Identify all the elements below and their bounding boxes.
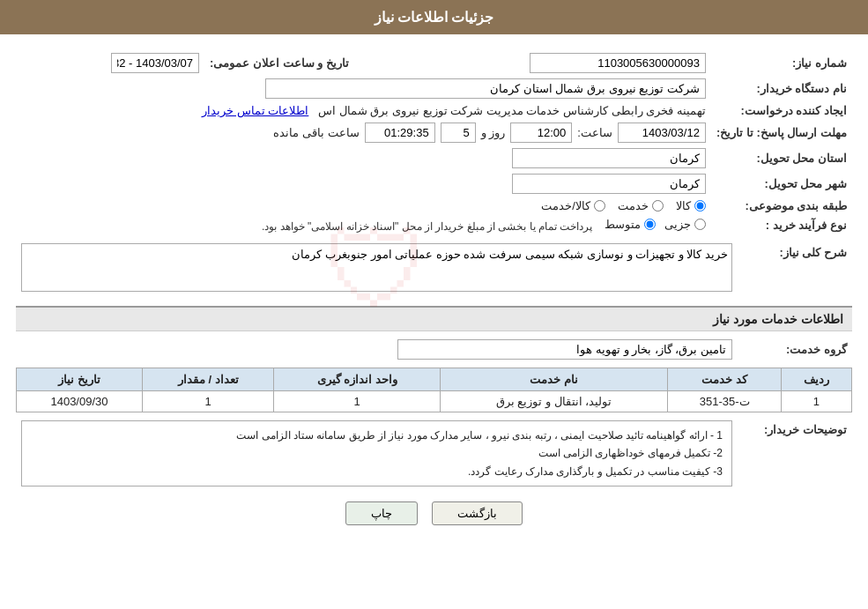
ostanTahvil-input[interactable] bbox=[512, 148, 706, 168]
ostanTahvil-value bbox=[16, 145, 711, 171]
ijadKonande-text: تهمینه فخری رابطی کارشناس خدمات مدیریت ش… bbox=[318, 104, 706, 117]
table-cell: 1403/09/30 bbox=[17, 391, 143, 412]
ostanTahvil-label: استان محل تحویل: bbox=[711, 145, 852, 171]
sharh-watermark-area: 🛡 خرید کالا و تجهیزات و نوسازی شبکه سیمی… bbox=[21, 243, 732, 296]
tosihKharidar-label: توضیحات خریدار: bbox=[738, 418, 852, 489]
tosih-notes-box: 1 - ارائه گواهینامه تائید صلاحیت ایمنی ،… bbox=[21, 420, 732, 486]
table-cell: 1 bbox=[142, 391, 273, 412]
grohe-table: گروه خدمت: bbox=[16, 337, 852, 362]
namDastgah-input[interactable] bbox=[265, 78, 706, 99]
nave-note: پرداخت تمام یا بخشی از مبلغ خریدار از مح… bbox=[262, 220, 592, 233]
col-radif: ردیف bbox=[781, 368, 851, 391]
namDastgah-value bbox=[16, 76, 711, 101]
sharhKoli-textarea[interactable]: خرید کالا و تجهیزات و نوسازی شبکه سیمی س… bbox=[21, 243, 732, 292]
nave-jozi-radio[interactable] bbox=[694, 219, 706, 230]
mohlat-baqi-label: ساعت باقی مانده bbox=[273, 126, 359, 139]
tabaghe-kala-radio[interactable] bbox=[694, 200, 706, 212]
groheKhadamat-label: گروه خدمت: bbox=[738, 337, 852, 362]
naveFarayand-row: جزیی متوسط پرداخت تمام یا بخشی از مبلغ خ… bbox=[16, 215, 711, 235]
tabaghe-kala-label: کالا bbox=[676, 199, 691, 212]
tosih-line: 1 - ارائه گواهینامه تائید صلاحیت ایمنی ،… bbox=[31, 427, 723, 444]
tabaghe-kala-khadamat-option[interactable]: کالا/خدمت bbox=[541, 199, 605, 212]
shomareNiaz-input[interactable] bbox=[530, 53, 706, 73]
top-info-table: شماره نیاز: تاریخ و ساعت اعلان عمومی: نا… bbox=[16, 50, 852, 235]
tabaghe-khadamat-label: خدمت bbox=[618, 199, 649, 212]
ijadKonande-value: تهمینه فخری رابطی کارشناس خدمات مدیریت ش… bbox=[16, 101, 711, 120]
shomareNiaz-label: شماره نیاز: bbox=[711, 50, 852, 76]
mohlat-saat-input[interactable] bbox=[510, 123, 572, 143]
tosih-table: توضیحات خریدار: 1 - ارائه گواهینامه تائی… bbox=[16, 418, 852, 489]
groheKhadamat-value bbox=[16, 337, 738, 362]
tabaghe-label: طبقه بندی موضوعی: bbox=[711, 197, 852, 215]
tabaghe-khadamat-radio[interactable] bbox=[652, 200, 664, 212]
nave-jozi-label: جزیی bbox=[664, 218, 691, 231]
table-cell: 1 bbox=[274, 391, 440, 412]
tosih-line: 2- تکمیل فرمهای خوداظهاری الزامی است bbox=[31, 444, 723, 462]
mohlat-roz-label: روز و bbox=[481, 126, 506, 139]
page-header: جزئیات اطلاعات نیاز bbox=[0, 0, 868, 34]
shahrTahvil-value bbox=[16, 171, 711, 197]
col-tarikh: تاریخ نیاز bbox=[17, 368, 143, 391]
namDastgah-label: نام دستگاه خریدار: bbox=[711, 76, 852, 101]
col-vahed: واحد اندازه گیری bbox=[274, 368, 440, 391]
section-khadamat-title: اطلاعات خدمات مورد نیاز bbox=[16, 306, 852, 331]
mohlat-label: مهلت ارسال پاسخ: تا تاریخ: bbox=[711, 120, 852, 145]
table-cell: 1 bbox=[781, 391, 851, 412]
shahrTahvil-input[interactable] bbox=[512, 174, 706, 194]
mohlat-saat-label: ساعت: bbox=[577, 126, 612, 139]
tosihKharidar-value: 1 - ارائه گواهینامه تائید صلاحیت ایمنی ،… bbox=[16, 418, 738, 489]
table-cell: تولید، انتقال و توزیع برق bbox=[440, 391, 667, 412]
table-cell: ت-35-351 bbox=[668, 391, 782, 412]
col-kod: کد خدمت bbox=[668, 368, 782, 391]
sharh-table: شرح کلی نیاز: 🛡 خرید کالا و تجهیزات و نو… bbox=[16, 241, 852, 299]
mohlat-baqi-input[interactable] bbox=[365, 123, 435, 143]
announce-label: تاریخ و ساعت اعلان عمومی: bbox=[204, 50, 354, 76]
tabaghe-both-radio[interactable] bbox=[594, 200, 605, 212]
naveFarayand-label: نوع فرآیند خرید : bbox=[711, 215, 852, 235]
mohlat-date-input[interactable] bbox=[618, 123, 706, 143]
print-button[interactable]: چاپ bbox=[345, 501, 418, 525]
nave-motavasset-label: متوسط bbox=[605, 218, 641, 231]
page-title: جزئیات اطلاعات نیاز bbox=[375, 10, 494, 25]
tabaghe-options: کالا خدمت کالا/خدمت bbox=[16, 197, 711, 215]
mohlat-row: ساعت: روز و ساعت باقی مانده bbox=[16, 120, 711, 145]
nave-motavasset-option[interactable]: متوسط bbox=[605, 218, 656, 231]
main-content: شماره نیاز: تاریخ و ساعت اعلان عمومی: نا… bbox=[0, 43, 868, 541]
mohlat-roz-input[interactable] bbox=[441, 123, 476, 143]
sharhKoli-label: شرح کلی نیاز: bbox=[738, 241, 852, 299]
ijadKonande-label: ایجاد کننده درخواست: bbox=[711, 101, 852, 120]
nave-jozi-option[interactable]: جزیی bbox=[664, 218, 706, 231]
nave-motavasset-radio[interactable] bbox=[644, 219, 656, 230]
groheKhadamat-input[interactable] bbox=[397, 339, 732, 360]
col-tedad: تعداد / مقدار bbox=[142, 368, 273, 391]
shomareNiaz-value bbox=[354, 50, 711, 76]
ijadKonande-link[interactable]: اطلاعات تماس خریدار bbox=[202, 104, 308, 117]
page-wrapper: جزئیات اطلاعات نیاز شماره نیاز: تاریخ و … bbox=[0, 0, 868, 609]
announce-input[interactable] bbox=[111, 53, 199, 73]
services-table: ردیف کد خدمت نام خدمت واحد اندازه گیری ت… bbox=[16, 368, 852, 412]
sharhKoli-value: 🛡 خرید کالا و تجهیزات و نوسازی شبکه سیمی… bbox=[16, 241, 738, 299]
button-row: بازگشت چاپ bbox=[16, 501, 852, 525]
tabaghe-both-label: کالا/خدمت bbox=[541, 199, 590, 212]
tabaghe-kala-option[interactable]: کالا bbox=[676, 199, 706, 212]
table-row: 1ت-35-351تولید، انتقال و توزیع برق111403… bbox=[17, 391, 852, 412]
tabaghe-khadamat-option[interactable]: خدمت bbox=[618, 199, 664, 212]
back-button[interactable]: بازگشت bbox=[432, 501, 523, 525]
tosih-line: 3- کیفیت مناسب در تکمیل و بارگذاری مدارک… bbox=[31, 463, 723, 480]
col-nam: نام خدمت bbox=[440, 368, 667, 391]
announce-value bbox=[16, 50, 204, 76]
shahrTahvil-label: شهر محل تحویل: bbox=[711, 171, 852, 197]
